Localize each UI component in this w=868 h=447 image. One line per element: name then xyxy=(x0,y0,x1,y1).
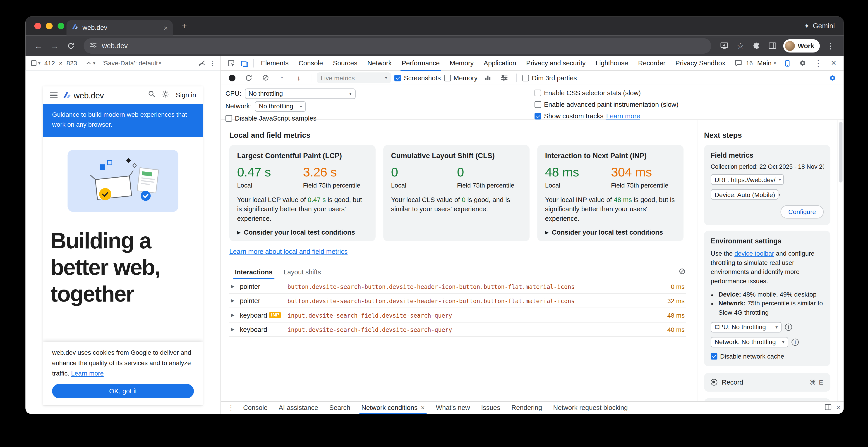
cookie-learn-more-link[interactable]: Learn more xyxy=(71,370,104,377)
row-expand-caret-icon[interactable]: ▶ xyxy=(231,284,236,289)
drawer-tab-issues[interactable]: Issues xyxy=(475,401,506,414)
install-icon[interactable] xyxy=(717,38,732,53)
cookie-ok-button[interactable]: OK, got it xyxy=(52,384,194,399)
row-expand-caret-icon[interactable]: ▶ xyxy=(231,327,236,332)
context-selector[interactable]: Main▾ xyxy=(755,59,778,67)
new-tab-button[interactable]: + xyxy=(182,21,187,31)
dim-3rd-parties-checkbox[interactable]: Dim 3rd parties xyxy=(522,74,577,81)
row-expand-caret-icon[interactable]: ▶ xyxy=(231,313,236,318)
record-card[interactable]: Record ⌘ E xyxy=(704,373,830,391)
drawer-tab-network-conditions[interactable]: Network conditions× xyxy=(356,401,430,414)
device-toolbar-more-icon[interactable]: ⋮ xyxy=(209,59,216,67)
save-data-dropdown[interactable]: 'Save-Data': default ▾ xyxy=(102,60,161,66)
console-messages-icon[interactable] xyxy=(732,56,745,70)
devtools-close-icon[interactable]: × xyxy=(827,56,840,70)
gemini-chip[interactable]: ✦ Gemini xyxy=(804,16,835,35)
reload-button[interactable] xyxy=(63,38,78,53)
drawer-tab-rendering[interactable]: Rendering xyxy=(506,401,548,414)
inspect-icon[interactable] xyxy=(224,56,238,70)
tab-layout-shifts[interactable]: Layout shifts xyxy=(278,265,327,279)
search-icon[interactable] xyxy=(148,90,156,100)
env-network-select[interactable]: Network: No throttling▾ xyxy=(711,337,788,347)
interaction-row[interactable]: ▶ keyboardINP input.devsite-search-field… xyxy=(229,308,686,322)
dimensions-dropdown[interactable]: ▾ xyxy=(31,60,40,66)
address-bar[interactable]: web.dev xyxy=(84,38,711,54)
tab-close-icon[interactable]: × xyxy=(164,24,168,31)
cpu-info-icon[interactable]: i xyxy=(785,323,792,331)
live-metrics-select[interactable]: Live metrics▾ xyxy=(317,72,391,83)
drawer-tab-whats-new[interactable]: What's new xyxy=(430,401,476,414)
capture-settings-gear-icon[interactable] xyxy=(826,71,839,84)
emulation-device-icon[interactable] xyxy=(780,56,794,70)
tab-memory[interactable]: Memory xyxy=(445,56,478,71)
network-info-icon[interactable]: i xyxy=(792,338,799,346)
tab-performance[interactable]: Performance xyxy=(397,56,445,71)
tab-elements[interactable]: Elements xyxy=(256,56,293,71)
back-button[interactable]: ← xyxy=(31,38,46,53)
zoom-dropdown[interactable]: ▾ xyxy=(85,60,95,66)
side-panel-icon[interactable] xyxy=(765,38,780,53)
tab-application[interactable]: Application xyxy=(478,56,521,71)
dock-panel-icon[interactable] xyxy=(824,403,832,413)
drawer-tab-search[interactable]: Search xyxy=(324,401,356,414)
bookmark-star-icon[interactable]: ☆ xyxy=(733,38,748,53)
clear-icon[interactable] xyxy=(259,71,272,84)
close-window-button[interactable] xyxy=(34,23,41,29)
drawer-tab-console[interactable]: Console xyxy=(238,401,273,414)
cpu-throttling-select[interactable]: No throttling▾ xyxy=(245,88,355,99)
metrics-learn-more-link[interactable]: Learn more about local and field metrics xyxy=(229,248,347,255)
minimize-window-button[interactable] xyxy=(46,23,53,29)
row-expand-caret-icon[interactable]: ▶ xyxy=(231,298,236,303)
browser-menu-icon[interactable]: ⋮ xyxy=(823,38,838,53)
disable-network-cache-checkbox[interactable]: Disable network cache xyxy=(711,353,824,359)
tab-network[interactable]: Network xyxy=(362,56,397,71)
env-cpu-select[interactable]: CPU: No throttling▾ xyxy=(711,322,781,332)
network-throttling-select[interactable]: No throttling▾ xyxy=(255,101,306,111)
extensions-puzzle-icon[interactable] xyxy=(749,38,764,53)
drawer-more-icon[interactable]: ⋮ xyxy=(224,401,238,414)
tab-recorder[interactable]: Recorder xyxy=(633,56,671,71)
forward-button[interactable]: → xyxy=(47,38,62,53)
field-device-select[interactable]: Device: Auto (Mobile)▾ xyxy=(711,189,778,200)
browser-tab[interactable]: web.dev × xyxy=(67,20,173,35)
statistics-chart-icon[interactable] xyxy=(481,71,494,84)
load-profile-icon[interactable]: ↑ xyxy=(275,71,289,84)
drawer-close-icon[interactable]: × xyxy=(836,404,840,411)
show-custom-tracks-checkbox[interactable]: Show custom tracks Learn more xyxy=(534,112,679,120)
site-logo[interactable]: web.dev xyxy=(62,91,104,100)
record-and-reload-icon[interactable] xyxy=(242,71,255,84)
configure-button[interactable]: Configure xyxy=(781,205,824,218)
drawer-tab-close-icon[interactable]: × xyxy=(421,404,425,411)
paint-instrumentation-checkbox[interactable]: Enable advanced paint instrumentation (s… xyxy=(534,101,679,108)
device-toolbar-link[interactable]: device toolbar xyxy=(735,250,774,256)
clear-log-icon[interactable] xyxy=(679,267,686,277)
tab-sources[interactable]: Sources xyxy=(328,56,363,71)
inp-test-conditions-expander[interactable]: ▶ Consider your local test conditions xyxy=(545,229,676,236)
menu-hamburger-icon[interactable] xyxy=(50,92,58,98)
interaction-row[interactable]: ▶ keyboard input.devsite-search-field.de… xyxy=(229,322,686,337)
lcp-test-conditions-expander[interactable]: ▶ Consider your local test conditions xyxy=(237,229,368,236)
save-profile-icon[interactable]: ↓ xyxy=(292,71,305,84)
device-height-value[interactable]: 823 xyxy=(66,60,77,66)
tab-interactions[interactable]: Interactions xyxy=(229,265,278,279)
tab-privacy-security[interactable]: Privacy and security xyxy=(521,56,591,71)
theme-toggle-sun-icon[interactable] xyxy=(162,90,169,100)
tab-console[interactable]: Console xyxy=(293,56,328,71)
device-toolbar-toggle-icon[interactable] xyxy=(238,56,251,70)
tab-privacy-sandbox[interactable]: Privacy Sandbox xyxy=(670,56,730,71)
field-url-select[interactable]: URL: https://web.dev/▾ xyxy=(711,174,784,184)
custom-tracks-learn-more-link[interactable]: Learn more xyxy=(606,112,640,120)
interaction-row[interactable]: ▶ pointer button.devsite-search-button.d… xyxy=(229,294,686,308)
drawer-tab-network-request-blocking[interactable]: Network request blocking xyxy=(548,401,633,414)
maximize-window-button[interactable] xyxy=(58,23,64,29)
throttling-icon[interactable] xyxy=(198,60,205,67)
css-selector-stats-checkbox[interactable]: Enable CSS selector stats (slow) xyxy=(534,89,679,97)
sliders-icon[interactable] xyxy=(497,71,511,84)
devtools-more-icon[interactable]: ⋮ xyxy=(811,56,825,70)
sign-in-link[interactable]: Sign in xyxy=(176,92,196,99)
memory-checkbox[interactable]: Memory xyxy=(444,74,478,81)
devtools-scrollbar[interactable] xyxy=(837,120,843,401)
record-icon[interactable] xyxy=(225,71,239,84)
tab-lighthouse[interactable]: Lighthouse xyxy=(591,56,633,71)
devtools-settings-gear-icon[interactable] xyxy=(796,56,809,70)
